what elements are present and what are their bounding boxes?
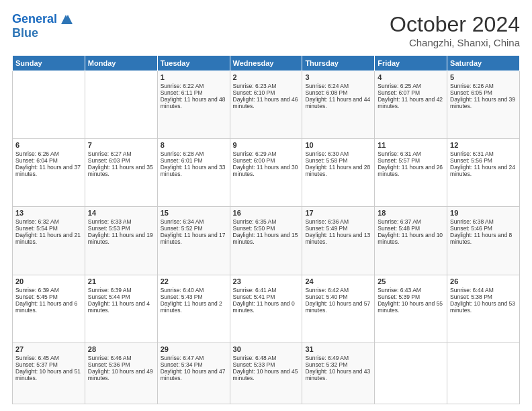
sunset-text: Sunset: 5:40 PM xyxy=(305,293,371,300)
table-row xyxy=(375,342,447,404)
sunset-text: Sunset: 5:46 PM xyxy=(450,225,517,232)
table-row: 2 Sunrise: 6:23 AM Sunset: 6:10 PM Dayli… xyxy=(230,71,302,139)
day-number: 16 xyxy=(233,209,300,217)
sunrise-text: Sunrise: 6:31 AM xyxy=(378,150,444,157)
table-row: 19 Sunrise: 6:38 AM Sunset: 5:46 PM Dayl… xyxy=(447,207,520,275)
daylight-text: Daylight: 10 hours and 43 minutes. xyxy=(305,368,371,381)
table-row xyxy=(85,71,157,139)
day-number: 26 xyxy=(450,277,517,285)
sunset-text: Sunset: 5:57 PM xyxy=(378,157,444,164)
day-number: 27 xyxy=(15,345,82,353)
sunrise-text: Sunrise: 6:25 AM xyxy=(378,83,444,89)
table-row: 18 Sunrise: 6:37 AM Sunset: 5:48 PM Dayl… xyxy=(375,207,447,275)
logo: General Blue xyxy=(12,12,73,40)
day-number: 12 xyxy=(450,141,517,149)
sunrise-text: Sunrise: 6:34 AM xyxy=(161,218,227,225)
daylight-text: Daylight: 11 hours and 30 minutes. xyxy=(233,164,300,177)
day-number: 19 xyxy=(450,209,517,217)
table-row: 20 Sunrise: 6:39 AM Sunset: 5:45 PM Dayl… xyxy=(13,275,85,342)
sunset-text: Sunset: 5:39 PM xyxy=(378,293,444,300)
logo-blue: Blue xyxy=(12,27,73,40)
sunset-text: Sunset: 5:52 PM xyxy=(161,225,227,232)
col-monday: Monday xyxy=(85,56,157,71)
daylight-text: Daylight: 10 hours and 53 minutes. xyxy=(450,300,517,314)
day-number: 17 xyxy=(305,209,371,217)
daylight-text: Daylight: 11 hours and 48 minutes. xyxy=(161,96,227,109)
sunset-text: Sunset: 6:03 PM xyxy=(88,157,154,164)
location: Changzhi, Shanxi, China xyxy=(390,37,520,48)
sunset-text: Sunset: 5:41 PM xyxy=(233,293,300,300)
sunset-text: Sunset: 6:10 PM xyxy=(233,89,300,96)
daylight-text: Daylight: 11 hours and 4 minutes. xyxy=(88,300,154,314)
day-number: 2 xyxy=(233,73,300,81)
sunrise-text: Sunrise: 6:27 AM xyxy=(88,150,154,157)
daylight-text: Daylight: 11 hours and 24 minutes. xyxy=(450,164,517,177)
sunrise-text: Sunrise: 6:26 AM xyxy=(15,150,82,157)
col-tuesday: Tuesday xyxy=(157,56,230,71)
calendar-week-row: 1 Sunrise: 6:22 AM Sunset: 6:11 PM Dayli… xyxy=(13,71,520,139)
table-row: 7 Sunrise: 6:27 AM Sunset: 6:03 PM Dayli… xyxy=(85,139,157,207)
sunset-text: Sunset: 5:50 PM xyxy=(233,225,300,232)
sunrise-text: Sunrise: 6:29 AM xyxy=(233,150,300,157)
sunrise-text: Sunrise: 6:40 AM xyxy=(161,287,227,293)
day-number: 6 xyxy=(15,141,82,149)
table-row: 10 Sunrise: 6:30 AM Sunset: 5:58 PM Dayl… xyxy=(302,139,375,207)
daylight-text: Daylight: 11 hours and 19 minutes. xyxy=(88,232,154,245)
day-number: 24 xyxy=(305,277,371,285)
daylight-text: Daylight: 11 hours and 26 minutes. xyxy=(378,164,444,177)
daylight-text: Daylight: 10 hours and 51 minutes. xyxy=(15,368,82,381)
sunrise-text: Sunrise: 6:32 AM xyxy=(15,218,82,225)
table-row: 12 Sunrise: 6:31 AM Sunset: 5:56 PM Dayl… xyxy=(447,139,520,207)
sunrise-text: Sunrise: 6:49 AM xyxy=(305,355,371,361)
daylight-text: Daylight: 11 hours and 35 minutes. xyxy=(88,164,154,177)
table-row: 14 Sunrise: 6:33 AM Sunset: 5:53 PM Dayl… xyxy=(85,207,157,275)
sunrise-text: Sunrise: 6:28 AM xyxy=(161,150,227,157)
day-number: 15 xyxy=(161,209,227,217)
sunrise-text: Sunrise: 6:39 AM xyxy=(88,287,154,293)
table-row: 13 Sunrise: 6:32 AM Sunset: 5:54 PM Dayl… xyxy=(13,207,85,275)
table-row: 27 Sunrise: 6:45 AM Sunset: 5:37 PM Dayl… xyxy=(13,342,85,404)
sunrise-text: Sunrise: 6:33 AM xyxy=(88,218,154,225)
sunset-text: Sunset: 5:33 PM xyxy=(233,361,300,368)
sunrise-text: Sunrise: 6:44 AM xyxy=(450,287,517,293)
table-row: 22 Sunrise: 6:40 AM Sunset: 5:43 PM Dayl… xyxy=(157,275,230,342)
table-row: 28 Sunrise: 6:46 AM Sunset: 5:36 PM Dayl… xyxy=(85,342,157,404)
day-number: 3 xyxy=(305,73,371,81)
daylight-text: Daylight: 10 hours and 55 minutes. xyxy=(378,300,444,314)
col-friday: Friday xyxy=(375,56,447,71)
table-row: 17 Sunrise: 6:36 AM Sunset: 5:49 PM Dayl… xyxy=(302,207,375,275)
table-row: 15 Sunrise: 6:34 AM Sunset: 5:52 PM Dayl… xyxy=(157,207,230,275)
sunrise-text: Sunrise: 6:23 AM xyxy=(233,83,300,89)
sunset-text: Sunset: 5:45 PM xyxy=(15,293,82,300)
daylight-text: Daylight: 11 hours and 46 minutes. xyxy=(233,96,300,109)
table-row: 4 Sunrise: 6:25 AM Sunset: 6:07 PM Dayli… xyxy=(375,71,447,139)
sunset-text: Sunset: 5:36 PM xyxy=(88,361,154,368)
sunrise-text: Sunrise: 6:36 AM xyxy=(305,218,371,225)
header: General Blue October 2024 Changzhi, Shan… xyxy=(12,12,520,48)
title-block: October 2024 Changzhi, Shanxi, China xyxy=(390,12,520,48)
sunrise-text: Sunrise: 6:43 AM xyxy=(378,287,444,293)
daylight-text: Daylight: 11 hours and 0 minutes. xyxy=(233,300,300,314)
table-row: 1 Sunrise: 6:22 AM Sunset: 6:11 PM Dayli… xyxy=(157,71,230,139)
table-row: 6 Sunrise: 6:26 AM Sunset: 6:04 PM Dayli… xyxy=(13,139,85,207)
calendar-week-row: 6 Sunrise: 6:26 AM Sunset: 6:04 PM Dayli… xyxy=(13,139,520,207)
page: General Blue October 2024 Changzhi, Shan… xyxy=(0,0,532,411)
sunset-text: Sunset: 5:43 PM xyxy=(161,293,227,300)
logo-text: General xyxy=(12,13,57,26)
col-saturday: Saturday xyxy=(447,56,520,71)
day-number: 20 xyxy=(15,277,82,285)
sunset-text: Sunset: 5:53 PM xyxy=(88,225,154,232)
sunrise-text: Sunrise: 6:47 AM xyxy=(161,355,227,361)
sunrise-text: Sunrise: 6:46 AM xyxy=(88,355,154,361)
table-row: 11 Sunrise: 6:31 AM Sunset: 5:57 PM Dayl… xyxy=(375,139,447,207)
day-number: 28 xyxy=(88,345,154,353)
day-number: 25 xyxy=(378,277,444,285)
day-number: 21 xyxy=(88,277,154,285)
table-row: 25 Sunrise: 6:43 AM Sunset: 5:39 PM Dayl… xyxy=(375,275,447,342)
sunrise-text: Sunrise: 6:38 AM xyxy=(450,218,517,225)
daylight-text: Daylight: 10 hours and 45 minutes. xyxy=(233,368,300,381)
day-number: 22 xyxy=(161,277,227,285)
sunset-text: Sunset: 5:38 PM xyxy=(450,293,517,300)
daylight-text: Daylight: 11 hours and 33 minutes. xyxy=(161,164,227,177)
month-year: October 2024 xyxy=(390,12,520,37)
